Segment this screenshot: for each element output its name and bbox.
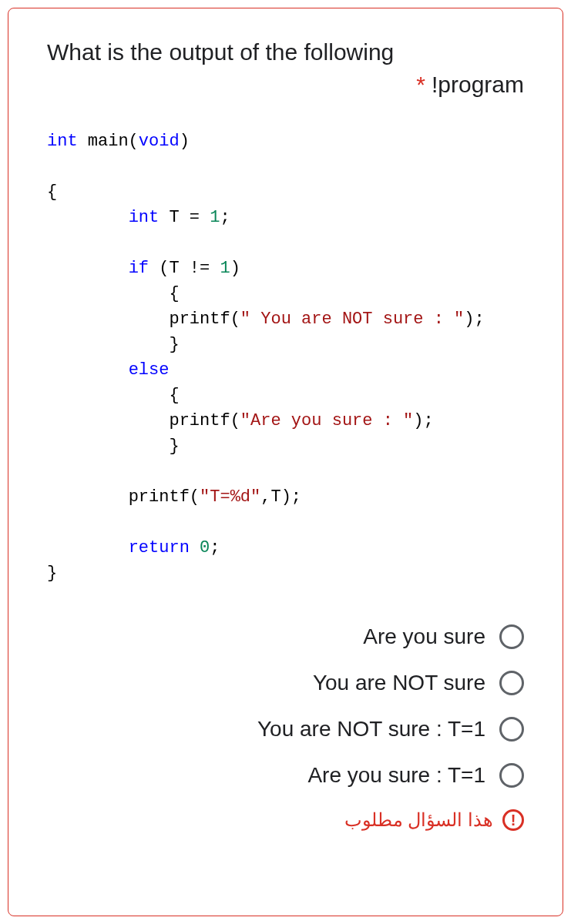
code-l3-indent [47,208,129,227]
option-4[interactable]: Are you sure : T=1 [47,763,524,788]
code-l10-end: ); [413,411,433,430]
code-l10-indent [47,411,169,430]
question-line1: What is the output of the following [47,39,524,65]
code-l4-num: 1 [220,259,230,278]
option-2-label: You are NOT sure [313,671,485,695]
code-l1-end: ) [180,132,190,151]
code-l10-str: "Are you sure : " [240,411,413,430]
radio-icon [499,717,524,742]
code-l6-end: ); [464,310,484,329]
options-list: Are you sure You are NOT sure You are NO… [47,624,524,788]
code-void: void [139,132,180,151]
alert-icon-text: ! [511,812,516,829]
option-3-label: You are NOT sure : T=1 [257,717,485,742]
code-main: main( [78,132,139,151]
code-l10-printf: printf( [169,411,240,430]
question-card: What is the output of the following *!pr… [8,8,563,916]
code-l13-semi: ; [210,538,220,557]
option-1[interactable]: Are you sure [47,624,524,649]
option-4-label: Are you sure : T=1 [307,763,485,788]
code-l6-indent [47,310,169,329]
code-l4-indent [47,259,129,278]
code-return: return [129,538,190,557]
code-l12-printf: printf( [129,487,200,507]
question-line2: *!program [47,72,524,98]
code-l3-int: int [129,208,160,227]
required-asterisk: * [416,72,425,97]
option-1-label: Are you sure [363,624,485,649]
code-l3-num: 1 [210,208,220,227]
option-3[interactable]: You are NOT sure : T=1 [47,717,524,742]
code-l12-indent [47,487,129,507]
required-message: هذا السؤال مطلوب ! [47,809,524,831]
code-l13-sp [190,538,200,557]
code-l12-str: "T=%d" [200,487,260,507]
code-l6-printf: printf( [169,310,240,329]
code-kw-int: int [47,132,78,151]
code-else: else [129,360,170,380]
option-2[interactable]: You are NOT sure [47,671,524,695]
code-l3-rest: T = [159,208,210,227]
question-header: What is the output of the following *!pr… [47,39,524,98]
code-l9: { [47,386,180,405]
code-l7: } [47,335,180,354]
code-l12-rest: ,T); [260,487,301,507]
code-l13-num: 0 [200,538,210,557]
code-l3-semi: ; [220,208,230,227]
question-line2-text: !program [432,72,524,97]
code-if: if [129,259,149,278]
required-text: هذا السؤال مطلوب [344,809,493,831]
code-l4-end: ) [230,259,240,278]
code-l5: { [47,284,180,303]
radio-icon [499,624,524,649]
code-l13-indent [47,538,129,557]
radio-icon [499,763,524,788]
code-l4-rest: (T != [149,259,220,278]
radio-icon [499,671,524,695]
code-l6-str: " You are NOT sure : " [240,310,464,329]
alert-icon: ! [502,809,524,831]
code-l14: } [47,564,57,583]
code-l11: } [47,437,180,456]
code-l2: { [47,182,57,202]
code-block: int main(void) { int T = 1; if (T != 1) … [47,129,524,586]
code-l8-indent [47,360,129,380]
